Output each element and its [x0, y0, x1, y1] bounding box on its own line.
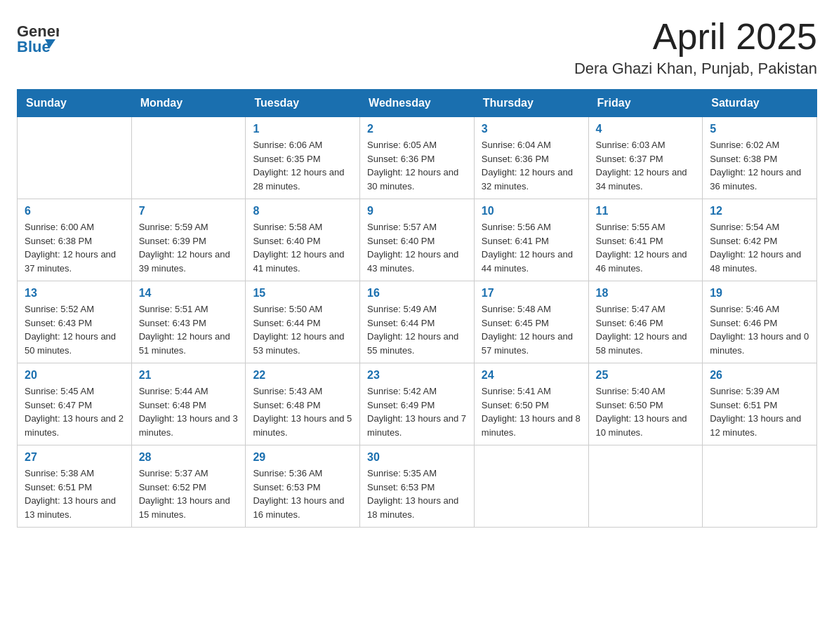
day-info: Sunrise: 5:35 AMSunset: 6:53 PMDaylight:…	[367, 467, 467, 521]
calendar-day-7: 7Sunrise: 5:59 AMSunset: 6:39 PMDaylight…	[131, 199, 246, 281]
calendar-week-row: 6Sunrise: 6:00 AMSunset: 6:38 PMDaylight…	[18, 199, 817, 281]
day-number: 25	[596, 369, 696, 382]
day-info: Sunrise: 5:57 AMSunset: 6:40 PMDaylight:…	[367, 220, 467, 275]
day-number: 27	[25, 451, 124, 464]
day-info: Sunrise: 5:41 AMSunset: 6:50 PMDaylight:…	[482, 384, 581, 439]
calendar-day-25: 25Sunrise: 5:40 AMSunset: 6:50 PMDayligh…	[588, 363, 703, 445]
day-info: Sunrise: 5:43 AMSunset: 6:48 PMDaylight:…	[253, 384, 352, 439]
day-info: Sunrise: 5:44 AMSunset: 6:48 PMDaylight:…	[139, 384, 239, 439]
calendar-week-row: 20Sunrise: 5:45 AMSunset: 6:47 PMDayligh…	[18, 363, 817, 445]
day-number: 21	[139, 369, 239, 382]
calendar-day-8: 8Sunrise: 5:58 AMSunset: 6:40 PMDaylight…	[246, 199, 360, 281]
day-info: Sunrise: 5:47 AMSunset: 6:46 PMDaylight:…	[596, 302, 696, 357]
day-info: Sunrise: 5:51 AMSunset: 6:43 PMDaylight:…	[139, 302, 239, 357]
day-info: Sunrise: 5:54 AMSunset: 6:42 PMDaylight:…	[710, 220, 809, 275]
calendar-header-thursday: Thursday	[474, 90, 588, 117]
svg-text:Blue: Blue	[17, 38, 51, 55]
day-number: 20	[25, 369, 124, 382]
title-section: April 2025 Dera Ghazi Khan, Punjab, Paki…	[574, 17, 817, 78]
day-info: Sunrise: 5:48 AMSunset: 6:45 PMDaylight:…	[482, 302, 581, 357]
calendar-empty-cell	[588, 445, 703, 528]
calendar-day-6: 6Sunrise: 6:00 AMSunset: 6:38 PMDaylight…	[18, 199, 132, 281]
calendar-week-row: 27Sunrise: 5:38 AMSunset: 6:51 PMDayligh…	[18, 445, 817, 528]
calendar-empty-cell	[131, 117, 246, 199]
day-number: 18	[596, 287, 696, 300]
day-info: Sunrise: 5:39 AMSunset: 6:51 PMDaylight:…	[710, 384, 809, 439]
calendar-day-16: 16Sunrise: 5:49 AMSunset: 6:44 PMDayligh…	[360, 281, 475, 363]
day-info: Sunrise: 5:49 AMSunset: 6:44 PMDaylight:…	[367, 302, 467, 357]
day-info: Sunrise: 5:56 AMSunset: 6:41 PMDaylight:…	[482, 220, 581, 275]
day-info: Sunrise: 5:36 AMSunset: 6:53 PMDaylight:…	[253, 467, 352, 521]
day-number: 23	[367, 369, 467, 382]
location: Dera Ghazi Khan, Punjab, Pakistan	[574, 60, 817, 78]
calendar-day-20: 20Sunrise: 5:45 AMSunset: 6:47 PMDayligh…	[18, 363, 132, 445]
day-info: Sunrise: 5:55 AMSunset: 6:41 PMDaylight:…	[596, 220, 696, 275]
calendar-day-2: 2Sunrise: 6:05 AMSunset: 6:36 PMDaylight…	[360, 117, 475, 199]
calendar-day-29: 29Sunrise: 5:36 AMSunset: 6:53 PMDayligh…	[246, 445, 360, 528]
day-info: Sunrise: 5:46 AMSunset: 6:46 PMDaylight:…	[710, 302, 809, 357]
day-number: 24	[482, 369, 581, 382]
day-number: 17	[482, 287, 581, 300]
calendar-day-28: 28Sunrise: 5:37 AMSunset: 6:52 PMDayligh…	[131, 445, 246, 528]
day-number: 1	[253, 123, 352, 135]
day-info: Sunrise: 6:03 AMSunset: 6:37 PMDaylight:…	[596, 138, 696, 193]
day-info: Sunrise: 5:40 AMSunset: 6:50 PMDaylight:…	[596, 384, 696, 439]
calendar-header-sunday: Sunday	[18, 90, 132, 117]
day-info: Sunrise: 6:05 AMSunset: 6:36 PMDaylight:…	[367, 138, 467, 193]
calendar-day-9: 9Sunrise: 5:57 AMSunset: 6:40 PMDaylight…	[360, 199, 475, 281]
calendar-day-14: 14Sunrise: 5:51 AMSunset: 6:43 PMDayligh…	[131, 281, 246, 363]
calendar-day-5: 5Sunrise: 6:02 AMSunset: 6:38 PMDaylight…	[703, 117, 817, 199]
day-number: 29	[253, 451, 352, 464]
day-info: Sunrise: 6:06 AMSunset: 6:35 PMDaylight:…	[253, 138, 352, 193]
day-info: Sunrise: 6:02 AMSunset: 6:38 PMDaylight:…	[710, 138, 809, 193]
calendar-header-row: SundayMondayTuesdayWednesdayThursdayFrid…	[18, 90, 817, 117]
day-info: Sunrise: 5:50 AMSunset: 6:44 PMDaylight:…	[253, 302, 352, 357]
calendar-day-23: 23Sunrise: 5:42 AMSunset: 6:49 PMDayligh…	[360, 363, 475, 445]
calendar-day-30: 30Sunrise: 5:35 AMSunset: 6:53 PMDayligh…	[360, 445, 475, 528]
day-number: 10	[482, 205, 581, 217]
day-number: 4	[596, 123, 696, 135]
day-number: 16	[367, 287, 467, 300]
day-info: Sunrise: 5:58 AMSunset: 6:40 PMDaylight:…	[253, 220, 352, 275]
day-number: 9	[367, 205, 467, 217]
day-info: Sunrise: 5:59 AMSunset: 6:39 PMDaylight:…	[139, 220, 239, 275]
calendar-day-19: 19Sunrise: 5:46 AMSunset: 6:46 PMDayligh…	[703, 281, 817, 363]
calendar-day-3: 3Sunrise: 6:04 AMSunset: 6:36 PMDaylight…	[474, 117, 588, 199]
calendar-week-row: 13Sunrise: 5:52 AMSunset: 6:43 PMDayligh…	[18, 281, 817, 363]
calendar-header-monday: Monday	[131, 90, 246, 117]
calendar-day-22: 22Sunrise: 5:43 AMSunset: 6:48 PMDayligh…	[246, 363, 360, 445]
day-info: Sunrise: 5:52 AMSunset: 6:43 PMDaylight:…	[25, 302, 124, 357]
calendar-day-24: 24Sunrise: 5:41 AMSunset: 6:50 PMDayligh…	[474, 363, 588, 445]
month-title: April 2025	[574, 17, 817, 57]
day-number: 15	[253, 287, 352, 300]
day-info: Sunrise: 5:37 AMSunset: 6:52 PMDaylight:…	[139, 467, 239, 521]
calendar-header-friday: Friday	[588, 90, 703, 117]
logo-icon: General Blue	[17, 17, 59, 55]
calendar-header-wednesday: Wednesday	[360, 90, 475, 117]
calendar-day-11: 11Sunrise: 5:55 AMSunset: 6:41 PMDayligh…	[588, 199, 703, 281]
calendar-week-row: 1Sunrise: 6:06 AMSunset: 6:35 PMDaylight…	[18, 117, 817, 199]
day-number: 5	[710, 123, 809, 135]
calendar-day-10: 10Sunrise: 5:56 AMSunset: 6:41 PMDayligh…	[474, 199, 588, 281]
day-number: 28	[139, 451, 239, 464]
day-info: Sunrise: 5:42 AMSunset: 6:49 PMDaylight:…	[367, 384, 467, 439]
day-number: 30	[367, 451, 467, 464]
day-number: 19	[710, 287, 809, 300]
day-number: 6	[25, 205, 124, 217]
calendar-day-27: 27Sunrise: 5:38 AMSunset: 6:51 PMDayligh…	[18, 445, 132, 528]
day-number: 14	[139, 287, 239, 300]
day-info: Sunrise: 5:38 AMSunset: 6:51 PMDaylight:…	[25, 467, 124, 521]
day-number: 11	[596, 205, 696, 217]
calendar-header-saturday: Saturday	[703, 90, 817, 117]
calendar-table: SundayMondayTuesdayWednesdayThursdayFrid…	[17, 89, 817, 528]
calendar-day-18: 18Sunrise: 5:47 AMSunset: 6:46 PMDayligh…	[588, 281, 703, 363]
calendar-empty-cell	[703, 445, 817, 528]
calendar-day-15: 15Sunrise: 5:50 AMSunset: 6:44 PMDayligh…	[246, 281, 360, 363]
page-header: General Blue April 2025 Dera Ghazi Khan,…	[17, 17, 817, 78]
calendar-day-26: 26Sunrise: 5:39 AMSunset: 6:51 PMDayligh…	[703, 363, 817, 445]
day-number: 7	[139, 205, 239, 217]
calendar-empty-cell	[474, 445, 588, 528]
logo: General Blue	[17, 17, 59, 55]
day-number: 13	[25, 287, 124, 300]
day-number: 2	[367, 123, 467, 135]
